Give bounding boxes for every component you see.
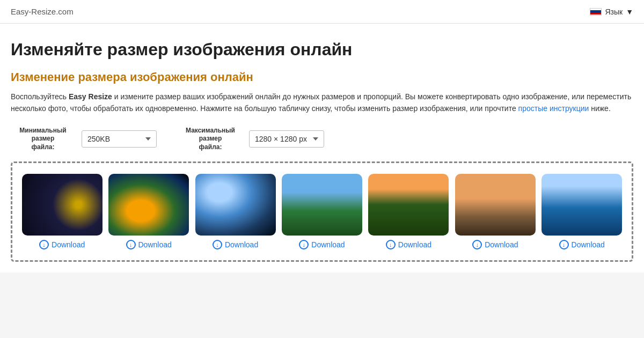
min-size-label: Минимальный размерфайла: — [11, 127, 75, 152]
download-icon: ↓ — [213, 240, 222, 249]
image-thumbnail-4 — [282, 174, 362, 236]
download-label: Download — [485, 240, 518, 249]
image-item: ↓Download — [21, 174, 103, 249]
site-logo: Easy-Resize.com — [11, 7, 74, 16]
description-end: ниже. — [589, 104, 610, 113]
image-thumbnail-7 — [541, 174, 622, 236]
upload-drop-area[interactable]: ↓Download↓Download↓Download↓Download↓Dow… — [11, 161, 633, 262]
download-icon: ↓ — [559, 240, 569, 249]
max-size-group: Максимальный размерфайла: 1280 × 1280 px… — [178, 127, 324, 152]
flag-icon — [590, 8, 602, 16]
download-button-3[interactable]: ↓Download — [213, 240, 258, 249]
download-icon: ↓ — [299, 240, 309, 249]
language-selector[interactable]: Язык ▼ — [590, 8, 633, 16]
brand-name: Easy Resize — [69, 92, 112, 101]
download-button-7[interactable]: ↓Download — [559, 240, 605, 249]
main-content: Изменяйте размер изображения онлайн Изме… — [0, 24, 644, 273]
download-button-2[interactable]: ↓Download — [126, 240, 172, 249]
page-title: Изменяйте размер изображения онлайн — [11, 40, 633, 60]
images-row: ↓Download↓Download↓Download↓Download↓Dow… — [21, 174, 623, 249]
chevron-down-icon: ▼ — [626, 8, 633, 16]
download-label: Download — [398, 240, 431, 249]
download-label: Download — [225, 240, 258, 249]
site-header: Easy-Resize.com Язык ▼ — [0, 0, 644, 24]
download-label: Download — [52, 240, 85, 249]
max-size-label: Максимальный размерфайла: — [178, 127, 243, 152]
image-thumbnail-6 — [455, 174, 536, 236]
image-thumbnail-5 — [368, 174, 449, 236]
image-item: ↓Download — [194, 174, 276, 249]
download-label: Download — [572, 240, 605, 249]
image-item: ↓Download — [368, 174, 450, 249]
download-icon: ↓ — [39, 240, 49, 249]
image-thumbnail-1 — [22, 174, 103, 236]
download-label: Download — [138, 240, 172, 249]
image-item: ↓Download — [454, 174, 536, 249]
download-button-4[interactable]: ↓Download — [299, 240, 345, 249]
download-icon: ↓ — [386, 240, 396, 249]
max-size-select[interactable]: 1280 × 1280 px 800 × 800 px 640 × 640 px… — [249, 130, 324, 148]
download-icon: ↓ — [126, 240, 136, 249]
download-button-1[interactable]: ↓Download — [39, 240, 85, 249]
min-size-select[interactable]: 250KB 500KB 1MB 2MB — [82, 130, 157, 148]
download-button-5[interactable]: ↓Download — [386, 240, 431, 249]
download-button-6[interactable]: ↓Download — [472, 240, 518, 249]
image-item: ↓Download — [107, 174, 189, 249]
description-text: Воспользуйтесь Easy Resize и измените ра… — [11, 91, 633, 115]
controls-row: Минимальный размерфайла: 250KB 500KB 1MB… — [11, 127, 633, 152]
language-label: Язык — [605, 8, 623, 16]
description-part1: Воспользуйтесь — [11, 92, 69, 101]
download-icon: ↓ — [472, 240, 482, 249]
section-title: Изменение размера изображения онлайн — [11, 70, 633, 84]
image-item: ↓Download — [281, 174, 363, 249]
min-size-group: Минимальный размерфайла: 250KB 500KB 1MB… — [11, 127, 157, 152]
image-thumbnail-2 — [108, 174, 189, 236]
instructions-link[interactable]: простые инструкции — [518, 104, 589, 113]
image-item: ↓Download — [541, 174, 623, 249]
download-label: Download — [311, 240, 345, 249]
image-thumbnail-3 — [195, 174, 276, 236]
